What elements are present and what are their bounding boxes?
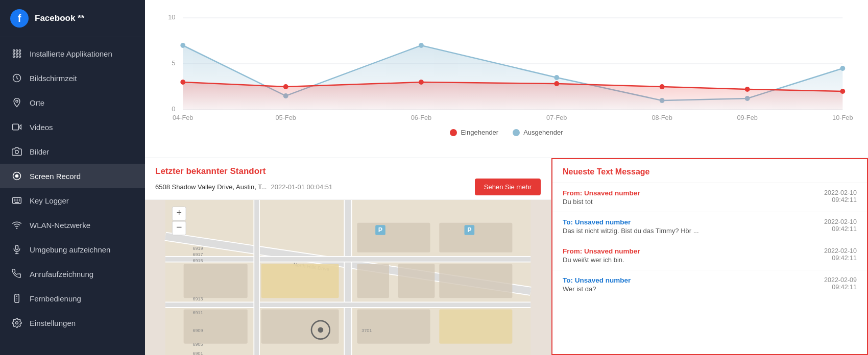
svg-point-99 [318,327,323,333]
svg-point-48 [180,43,185,48]
chart-legend: Eingehender Ausgehender [160,129,853,136]
sidebar-item-label: Fernbedienung [30,294,81,303]
sms-date-3: 2022-02-09 [824,276,857,284]
sidebar-item-screen-time[interactable]: Bildschirmzeit [0,66,145,90]
svg-point-55 [180,80,185,85]
sms-date-2: 2022-02-10 [824,247,857,255]
svg-point-15 [15,174,19,178]
location-title: Letzter bekannter Standort [155,166,541,176]
legend-outgoing: Ausgehender [513,129,563,136]
sms-date-1: 2022-02-10 [824,218,857,225]
clock-icon [11,72,22,84]
svg-point-59 [660,84,665,89]
camera-icon [11,146,22,157]
sidebar-title: Facebook ** [35,13,84,23]
sms-meta-1: 2022-02-10 09:42:11 [824,218,857,233]
svg-text:6913: 6913 [193,296,203,301]
legend-incoming: Eingehender [450,129,498,136]
sidebar-item-label: Bildschirmzeit [30,74,77,83]
svg-rect-83 [357,310,430,344]
svg-point-13 [15,150,19,154]
sidebar-item-videos[interactable]: Videos [0,115,145,139]
sidebar-item-call-record[interactable]: Anrufaufzeichnung [0,262,145,286]
sms-time-1: 09:42:11 [824,225,857,233]
sms-sender-1: To: Unsaved number [563,218,699,226]
incoming-label: Eingehender [461,129,498,136]
svg-text:10-Feb: 10-Feb [832,114,853,121]
map-subtitle: 6508 Shadow Valley Drive, Austin, T... 2… [155,183,332,191]
sms-body-1: Das ist nicht witzig. Bist du das Timmy?… [563,227,699,235]
sms-item-content: From: Unsaved number Du bist tot [563,189,640,206]
sidebar-item-ambient[interactable]: Umgebung aufzeichnen [0,237,145,262]
sms-body-0: Du bist tot [563,198,640,206]
circle-record-icon [11,170,22,182]
sidebar-item-remote[interactable]: Fernbedienung [0,286,145,311]
svg-point-2 [19,50,20,52]
svg-rect-74 [184,264,248,298]
video-icon [11,121,22,133]
keyboard-icon [11,195,22,206]
facebook-icon: f [10,9,29,28]
svg-text:10: 10 [168,13,175,21]
incoming-color-dot [450,129,457,136]
svg-rect-84 [439,310,512,344]
svg-text:6911: 6911 [193,310,203,315]
sms-time-2: 09:42:11 [824,255,857,262]
sms-panel: Neueste Text Message From: Unsaved numbe… [551,158,868,355]
svg-point-0 [13,50,15,52]
sidebar: f Facebook ** Installierte Applikationen… [0,0,145,355]
svg-rect-27 [16,245,18,250]
location-timestamp: 2022-01-01 00:04:51 [271,183,332,191]
sidebar-item-label: Einstellungen [30,319,76,327]
main-content: 10 5 0 04-Feb 05-Feb 06-Feb 07-Feb 08-Fe… [145,0,868,355]
line-chart: 10 5 0 04-Feb 05-Feb 06-Feb 07-Feb 08-Fe… [160,10,853,122]
mic-icon [11,244,22,255]
sidebar-item-label: WLAN-Netzwerke [30,221,90,230]
settings-icon [11,317,22,328]
svg-text:+: + [176,208,181,218]
sms-item-content: To: Unsaved number Wer ist da? [563,276,631,293]
sidebar-item-settings[interactable]: Einstellungen [0,311,145,335]
svg-text:6917: 6917 [193,252,203,257]
sidebar-item-label: Installierte Applikationen [30,49,112,58]
svg-text:05-Feb: 05-Feb [275,114,296,121]
sms-item[interactable]: To: Unsaved number Wer ist da? 2022-02-0… [552,270,867,299]
sidebar-item-installed-apps[interactable]: Installierte Applikationen [0,41,145,66]
sidebar-item-key-logger[interactable]: Key Logger [0,188,145,213]
svg-rect-76 [261,264,339,298]
svg-point-8 [19,56,20,57]
svg-text:5: 5 [172,59,175,67]
svg-text:04-Feb: 04-Feb [173,114,193,121]
grid-icon [11,48,22,59]
svg-rect-11 [13,124,19,130]
svg-text:6915: 6915 [193,258,203,263]
svg-text:07-Feb: 07-Feb [546,114,567,121]
sidebar-item-wlan[interactable]: WLAN-Netzwerke [0,213,145,237]
see-more-button[interactable]: Sehen Sie mehr [475,179,541,195]
map-header-row: 6508 Shadow Valley Drive, Austin, T... 2… [155,179,541,195]
svg-point-54 [840,66,845,71]
sidebar-item-screen-record[interactable]: Screen Record [0,164,145,188]
svg-point-4 [16,53,17,54]
svg-text:3701: 3701 [361,328,372,333]
sidebar-item-label: Anrufaufzeichnung [30,270,93,278]
sidebar-item-label: Videos [30,123,53,132]
svg-point-50 [419,43,424,48]
sms-sender-3: To: Unsaved number [563,276,631,284]
map-pin-icon [11,97,22,108]
sms-item[interactable]: To: Unsaved number Das ist nicht witzig.… [552,212,867,241]
map-actions: Sehen Sie mehr [475,179,541,195]
sidebar-item-label: Orte [30,98,44,107]
sidebar-item-images[interactable]: Bilder [0,139,145,164]
svg-text:08-Feb: 08-Feb [652,114,672,121]
svg-text:−: − [176,221,182,233]
sms-meta-3: 2022-02-09 09:42:11 [824,276,857,291]
svg-text:0: 0 [172,105,175,113]
sms-item[interactable]: From: Unsaved number Du bist tot 2022-02… [552,183,867,212]
sms-item[interactable]: From: Unsaved number Du weißt wer ich bi… [552,241,867,270]
svg-text:6901: 6901 [193,351,203,355]
sms-list: From: Unsaved number Du bist tot 2022-02… [552,183,867,354]
sidebar-item-places[interactable]: Orte [0,90,145,115]
svg-point-1 [16,50,17,52]
chart-area: 10 5 0 04-Feb 05-Feb 06-Feb 07-Feb 08-Fe… [145,0,868,158]
